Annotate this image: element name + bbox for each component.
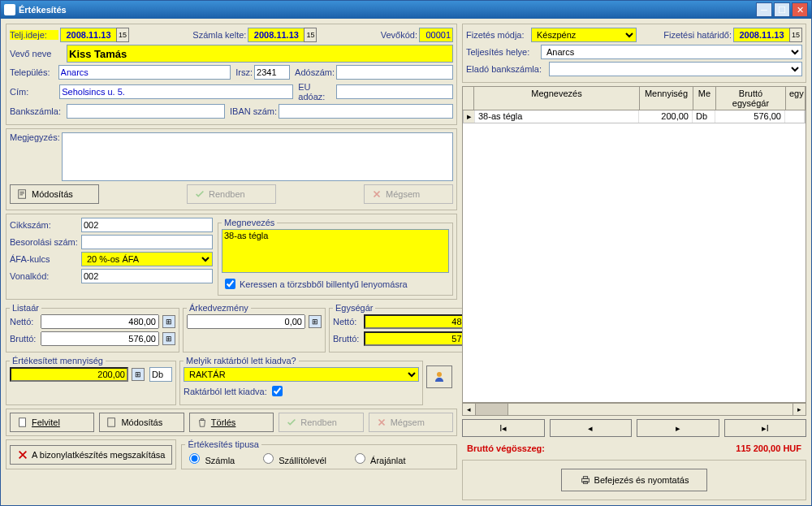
calc-icon[interactable]: ⊞: [162, 332, 175, 345]
col-megnevezes[interactable]: Megnevezés: [474, 87, 640, 110]
mennyiseg-unit-input[interactable]: [149, 367, 172, 382]
minimize-button[interactable]: ─: [756, 2, 772, 17]
radio-szamla-label[interactable]: Számla: [185, 451, 235, 465]
fizetesi-hatarido-input[interactable]: [733, 28, 790, 42]
telj-ideje-input[interactable]: [60, 28, 117, 42]
fizetesi-hatarido-picker-icon[interactable]: 15: [789, 28, 802, 42]
szamla-kelte-input[interactable]: [248, 28, 304, 42]
label-cim: Cím:: [10, 87, 58, 97]
record-nav: I◂ ◂ ▸ ▸I: [462, 419, 806, 437]
col-me[interactable]: Me: [693, 87, 716, 110]
lista-netto-input[interactable]: [41, 314, 159, 329]
calc-icon[interactable]: ⊞: [309, 315, 322, 328]
befejezes-button[interactable]: Befejezés és nyomtatás: [561, 469, 707, 491]
close-button[interactable]: ✕: [792, 2, 808, 17]
keressen-checkbox[interactable]: [225, 279, 235, 289]
col-egy[interactable]: egy: [786, 87, 806, 110]
scroll-left-icon[interactable]: ◂: [463, 404, 476, 415]
label-arkedvezmeny: Árkedvezmény: [187, 303, 251, 313]
item-buttons-panel: Felvitel Módosítás Törlés Rendben Mégsem: [6, 409, 457, 436]
torles-button[interactable]: Törlés: [189, 413, 274, 432]
radio-szallito-label[interactable]: Szállítólevél: [259, 451, 326, 465]
label-vonalkod: Vonalkód:: [10, 271, 80, 281]
col-brutto[interactable]: Bruttó egységár: [716, 87, 786, 110]
felvitel-button[interactable]: Felvitel: [10, 413, 94, 432]
check-icon: [286, 417, 297, 428]
modositas-button[interactable]: Módosítás: [10, 184, 99, 204]
app-window: Értékesítés ─ ☐ ✕ Telj.ideje: 15 Számla …: [0, 0, 812, 506]
telj-ideje-picker-icon[interactable]: 15: [116, 28, 129, 42]
telepules-input[interactable]: [58, 65, 231, 80]
vonalkod-input[interactable]: [81, 269, 213, 283]
iban-input[interactable]: [279, 104, 453, 119]
vevokod-input[interactable]: [419, 28, 453, 42]
cancel-icon: [371, 188, 382, 200]
elado-bank-select[interactable]: [549, 62, 802, 76]
nav-last-button[interactable]: ▸I: [724, 419, 807, 437]
scroll-track[interactable]: [508, 404, 793, 415]
titlebar: Értékesítés ─ ☐ ✕: [1, 1, 811, 19]
nav-prev-button[interactable]: ◂: [550, 419, 633, 437]
radio-arajanlat-label[interactable]: Árajánlat: [351, 451, 405, 465]
cell-me: Db: [693, 110, 715, 123]
fizetes-modja-select[interactable]: Készpénz: [531, 28, 637, 42]
arkedvezmeny-input[interactable]: [187, 314, 305, 329]
rendben-button[interactable]: Rendben: [187, 184, 276, 204]
irsz-input[interactable]: [254, 65, 290, 80]
label-szamla-kelte: Számla kelte:: [192, 30, 246, 40]
prices-row: Listaár Nettó:⊞ Bruttó:⊞ Árkedvezmény ⊞ …: [6, 303, 457, 352]
user-shortcut-button[interactable]: [426, 365, 452, 388]
scroll-thumb[interactable]: [476, 404, 508, 415]
raktar-select[interactable]: RAKTÁR: [184, 367, 419, 382]
table-row[interactable]: ▸ 38-as tégla 200,00 Db 576,00: [463, 110, 806, 123]
cell-mennyiseg: 200,00: [639, 110, 693, 123]
label-sale-type: Értékesítés tipusa: [185, 439, 261, 449]
label-egyseg-netto: Nettó:: [333, 317, 362, 327]
radio-szallito[interactable]: [263, 453, 274, 464]
eu-adoszam-input[interactable]: [336, 84, 453, 99]
megnevezes-input[interactable]: 38-as tégla: [222, 229, 449, 273]
megjegyzes-input[interactable]: [62, 132, 453, 181]
calc-icon[interactable]: ⊞: [162, 315, 175, 328]
modositas-label-2: Módosítás: [121, 417, 162, 427]
label-listaar: Listaár: [10, 303, 41, 313]
calc-icon[interactable]: ⊞: [132, 368, 145, 381]
szamla-kelte-picker-icon[interactable]: 15: [304, 28, 317, 42]
col-mennyiseg[interactable]: Mennyiség: [640, 87, 693, 110]
cim-input[interactable]: [59, 84, 293, 99]
adoszam-input[interactable]: [336, 65, 453, 80]
mennyiseg-input[interactable]: [10, 367, 128, 382]
row-marker-icon: ▸: [464, 110, 475, 123]
label-megjegyzes: Megjegyzés:: [10, 132, 60, 142]
rendben-button-2[interactable]: Rendben: [279, 413, 363, 432]
grid-body[interactable]: ▸ 38-as tégla 200,00 Db 576,00: [462, 110, 806, 403]
besorolasi-input[interactable]: [81, 235, 213, 249]
megsem-button[interactable]: Mégsem: [364, 184, 453, 204]
cell-egy: [785, 110, 805, 123]
nav-next-button[interactable]: ▸: [637, 419, 719, 437]
nav-first-button[interactable]: I◂: [462, 419, 545, 437]
radio-szamla[interactable]: [189, 453, 200, 464]
bankszamla-input[interactable]: [67, 104, 225, 119]
teljesites-helye-select[interactable]: Anarcs: [541, 45, 802, 59]
label-vevo-neve: Vevő neve: [10, 49, 65, 58]
lista-brutto-input[interactable]: [41, 331, 159, 346]
vevo-neve-input[interactable]: [67, 45, 453, 63]
megszakitas-button[interactable]: A bizonylatkészítés megszakítása: [10, 445, 172, 465]
megszakitas-label: A bizonylatkészítés megszakítása: [32, 450, 165, 460]
label-raktar: Melyik raktárból lett kiadva?: [184, 356, 299, 365]
rendben-label: Rendben: [209, 189, 245, 199]
modositas-button-2[interactable]: Módosítás: [99, 413, 184, 432]
scroll-right-icon[interactable]: ▸: [793, 404, 806, 415]
megsem-button-2[interactable]: Mégsem: [369, 413, 453, 432]
cell-megnevezes: 38-as tégla: [475, 110, 639, 123]
label-egyseg-brutto: Bruttó:: [333, 334, 362, 344]
maximize-button[interactable]: ☐: [774, 2, 790, 17]
label-telj-ideje: Telj.ideje:: [10, 30, 58, 40]
cikkszam-input[interactable]: [81, 218, 213, 232]
raktar-kiadva-checkbox[interactable]: [272, 386, 283, 396]
afakulcs-select[interactable]: 20 %-os ÁFA: [81, 252, 213, 266]
radio-arajanlat[interactable]: [355, 453, 365, 464]
grid-hscroll[interactable]: ◂ ▸: [462, 403, 806, 416]
edit-icon: [17, 188, 28, 200]
